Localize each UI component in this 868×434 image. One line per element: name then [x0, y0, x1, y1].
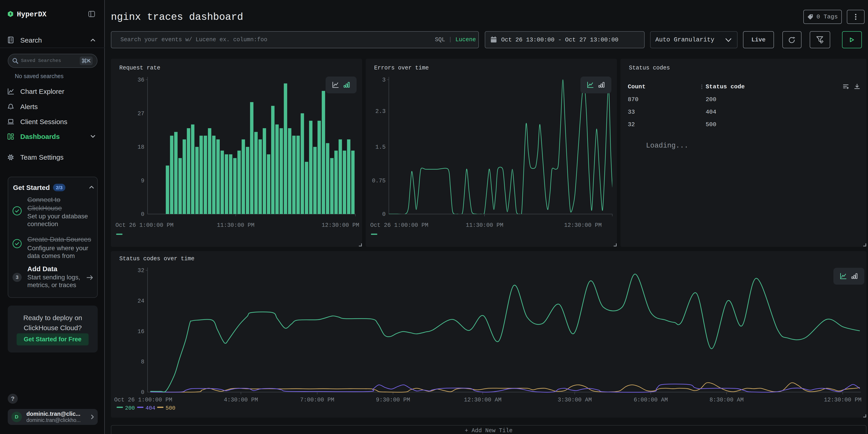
svg-text:18: 18: [137, 144, 144, 151]
svg-text:12:30:00 PM: 12:30:00 PM: [564, 222, 601, 228]
svg-text:Oct 26 1:00:00 PM: Oct 26 1:00:00 PM: [114, 397, 172, 403]
svg-text:Oct 26 1:00:00 PM: Oct 26 1:00:00 PM: [116, 222, 174, 228]
svg-text:11:30:00 PM: 11:30:00 PM: [217, 222, 254, 228]
svg-text:0.75: 0.75: [372, 178, 386, 184]
svg-text:8: 8: [141, 359, 144, 365]
svg-text:11:30:00 PM: 11:30:00 PM: [466, 222, 503, 228]
svg-text:3: 3: [382, 77, 386, 83]
svg-text:0: 0: [382, 211, 386, 218]
svg-text:3:30:00 AM: 3:30:00 AM: [558, 397, 592, 403]
svg-text:32: 32: [137, 267, 144, 274]
svg-text:0: 0: [141, 211, 144, 218]
svg-text:12:30:00 PM: 12:30:00 PM: [824, 397, 861, 403]
svg-text:36: 36: [137, 77, 144, 83]
svg-text:200: 200: [125, 405, 135, 411]
svg-text:16: 16: [137, 328, 144, 335]
svg-text:4:30:00 PM: 4:30:00 PM: [224, 397, 258, 403]
svg-text:9:30:00 PM: 9:30:00 PM: [376, 397, 410, 403]
svg-text:6:00:00 AM: 6:00:00 AM: [634, 397, 668, 403]
svg-text:12:30:00 AM: 12:30:00 AM: [464, 397, 501, 403]
svg-text:404: 404: [146, 405, 155, 411]
svg-text:1.5: 1.5: [375, 144, 386, 151]
svg-text:7:00:00 PM: 7:00:00 PM: [300, 397, 334, 403]
svg-text:2.3: 2.3: [375, 108, 386, 115]
svg-text:12:30:00 PM: 12:30:00 PM: [321, 222, 359, 228]
svg-text:27: 27: [137, 111, 144, 117]
svg-text:500: 500: [165, 405, 175, 411]
svg-text:9: 9: [141, 178, 144, 184]
svg-text:0: 0: [141, 389, 144, 396]
svg-text:Oct 26 1:00:00 PM: Oct 26 1:00:00 PM: [370, 222, 428, 228]
svg-text:24: 24: [137, 298, 144, 304]
svg-text:8:30:00 AM: 8:30:00 AM: [710, 397, 744, 403]
